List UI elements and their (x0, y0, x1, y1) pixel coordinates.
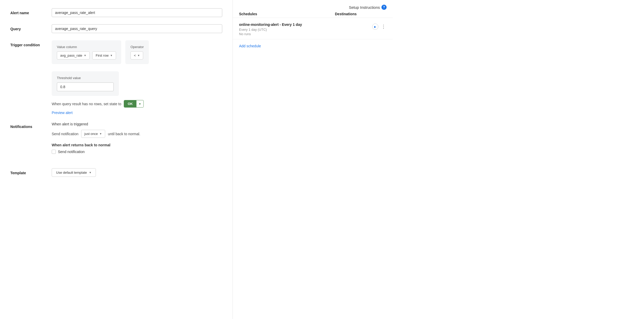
operator-chevron-icon: ▼ (137, 54, 140, 57)
template-value: Use default template (56, 171, 87, 174)
ok-button[interactable]: OK (124, 100, 136, 107)
just-once-chevron-icon: ▼ (99, 132, 102, 135)
when-triggered-label: When alert is triggered (52, 122, 222, 126)
first-row-select[interactable]: First row ▼ (92, 51, 116, 59)
schedules-col-header: Schedules (239, 12, 335, 16)
operator-label: Operator (131, 45, 144, 49)
setup-instructions-text: Setup Instructions (349, 5, 380, 10)
destinations-col-header: Destinations (335, 12, 387, 16)
play-icon[interactable]: ▶ (372, 24, 378, 30)
query-input[interactable] (52, 24, 222, 33)
just-once-select[interactable]: just once ▼ (81, 130, 105, 138)
add-schedule-link[interactable]: Add schedule (233, 39, 393, 53)
send-notification-text: Send notification (52, 132, 79, 136)
alert-name-label: Alert name (10, 8, 52, 15)
notifications-label: Notifications (10, 122, 52, 129)
no-rows-text: When query result has no rows, set state… (52, 102, 121, 106)
value-column-select[interactable]: avg_pass_rate ▼ (57, 51, 90, 59)
schedule-item: online-monitoring-alert - Every 1 day Ev… (233, 18, 393, 39)
until-back-normal-text: until back to normal. (108, 132, 140, 136)
operator-value: < (134, 54, 136, 57)
template-select[interactable]: Use default template ▼ (52, 168, 96, 177)
preview-alert-link[interactable]: Preview alert (52, 111, 73, 115)
just-once-value: just once (85, 132, 98, 136)
first-row-value: First row (96, 54, 109, 57)
value-column-label: Value column (57, 45, 116, 49)
ok-chevron-icon[interactable]: ▼ (136, 101, 143, 107)
schedule-freq: Every 1 day (UTC) (239, 28, 370, 32)
alert-name-input[interactable] (52, 8, 222, 17)
ok-state-dropdown[interactable]: OK ▼ (124, 100, 143, 108)
trigger-condition-box: Value column avg_pass_rate ▼ First row ▼ (52, 40, 121, 64)
template-label: Template (10, 168, 52, 175)
template-chevron-icon: ▼ (89, 171, 91, 174)
threshold-label: Threshold value (57, 76, 114, 80)
send-notification-checkbox[interactable] (52, 150, 56, 154)
send-notification-checkbox-label: Send notification (58, 150, 85, 154)
threshold-input[interactable] (57, 82, 114, 91)
trigger-condition-label: Trigger condition (10, 40, 52, 47)
first-row-chevron-icon: ▼ (110, 54, 113, 57)
help-icon[interactable]: ? (381, 5, 387, 10)
value-column-value: avg_pass_rate (60, 54, 82, 57)
more-options-icon[interactable]: ⋮ (380, 24, 387, 30)
threshold-box: Threshold value (52, 71, 119, 96)
schedule-name: online-monitoring-alert - Every 1 day (239, 22, 370, 27)
schedules-destinations-header: Schedules Destinations (233, 10, 393, 18)
schedule-runs: No runs (239, 32, 370, 36)
operator-select[interactable]: < ▼ (131, 51, 143, 59)
operator-box: Operator < ▼ (125, 40, 149, 64)
query-label: Query (10, 24, 52, 31)
when-back-normal-label: When alert returns back to normal (52, 143, 222, 147)
value-column-chevron-icon: ▼ (84, 54, 86, 57)
